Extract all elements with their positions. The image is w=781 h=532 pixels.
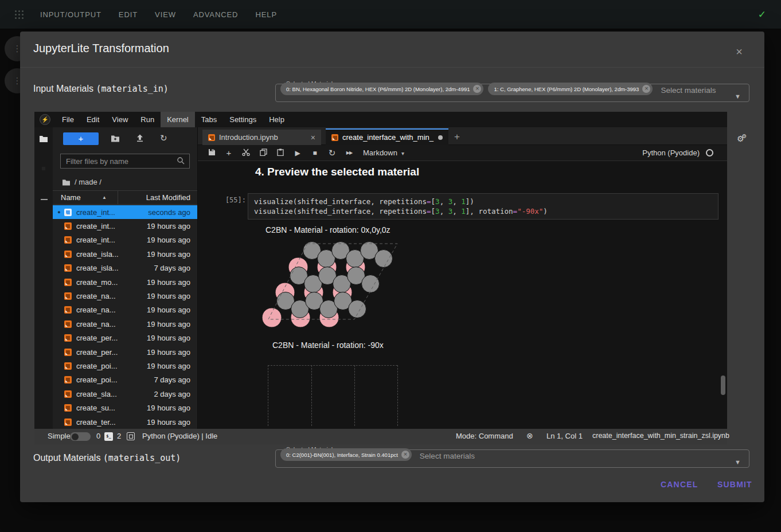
- settings-gears-icon[interactable]: ⚙⚙: [737, 134, 749, 144]
- file-row[interactable]: ●create_int...seconds ago: [53, 205, 197, 219]
- close-tab-icon[interactable]: ×: [311, 133, 315, 142]
- app-menu-view[interactable]: VIEW: [155, 10, 176, 19]
- jlab-menu-kernel[interactable]: Kernel: [161, 112, 195, 127]
- notebook-file-icon: [64, 376, 72, 384]
- output-materials-select[interactable]: Selected Materials 0: C2(001)-BN(001), I…: [275, 446, 749, 468]
- file-name: create_sla...: [76, 390, 154, 398]
- kernel-status-text[interactable]: Python (Pyodide) | Idle: [142, 432, 217, 440]
- input-materials-label: Input Materials (materials_in): [33, 84, 169, 94]
- tab-introduction[interactable]: Introduction.ipynb ×: [202, 130, 321, 145]
- output-chips: 0: C2(001)-BN(001), Interface, Strain 0.…: [280, 448, 412, 461]
- jlab-menu-tabs[interactable]: Tabs: [195, 112, 223, 127]
- column-name[interactable]: Name: [61, 193, 81, 202]
- wireframe-cell-edge: [311, 365, 312, 426]
- file-row[interactable]: create_mo...19 hours ago: [53, 275, 197, 289]
- new-tab-icon[interactable]: +: [454, 131, 460, 143]
- column-last-modified[interactable]: Last Modified: [146, 193, 190, 202]
- jlab-menu-help[interactable]: Help: [263, 112, 291, 127]
- simple-mode-label: Simple: [48, 432, 71, 440]
- jlab-menu-settings[interactable]: Settings: [223, 112, 263, 127]
- terminals-count[interactable]: 0: [96, 432, 100, 440]
- app-menu-input-output[interactable]: INPUT/OUTPUT: [40, 10, 101, 19]
- app-menu-advanced[interactable]: ADVANCED: [193, 10, 238, 19]
- stop-kernel-icon[interactable]: ■: [310, 148, 319, 158]
- notebook-panel: Introduction.ipynb × create_interface_wi…: [198, 127, 727, 429]
- input-materials-select[interactable]: Selected Materials 0: BN, Hexagonal Boro…: [275, 80, 749, 102]
- running-indicator: ●: [56, 209, 62, 215]
- kernels-count[interactable]: 2: [117, 432, 121, 440]
- file-row[interactable]: create_int...19 hours ago: [53, 219, 197, 233]
- jupyter-statusbar: Simple 0 $_ 2 Python (Pyodide) | Idle Mo…: [34, 429, 727, 444]
- notebook-content[interactable]: 4. Preview the selected material [55]: v…: [198, 161, 727, 429]
- material-chip[interactable]: 1: C, Graphene, HEX (P6/mmm) 2D (Monolay…: [488, 83, 653, 95]
- tab-create-interface[interactable]: create_interface_with_min_: [326, 128, 448, 145]
- file-row[interactable]: create_na...19 hours ago: [53, 317, 197, 331]
- file-row[interactable]: create_isla...19 hours ago: [53, 247, 197, 261]
- file-row[interactable]: create_poi...7 days ago: [53, 373, 197, 387]
- sort-ascending-icon: ▲: [102, 195, 107, 200]
- file-row[interactable]: create_isla...7 days ago: [53, 261, 197, 275]
- jlab-menu-run[interactable]: Run: [134, 112, 161, 127]
- chevron-down-icon[interactable]: ▼: [735, 93, 741, 100]
- code-cell[interactable]: visualize(shifted_interface, repetitions…: [248, 193, 718, 220]
- paste-cell-icon[interactable]: [276, 148, 285, 158]
- new-launcher-button[interactable]: +: [63, 132, 99, 145]
- jlab-menu-edit[interactable]: Edit: [80, 112, 106, 127]
- file-name: create_isla...: [76, 264, 154, 272]
- run-cell-icon[interactable]: ▶: [293, 148, 302, 158]
- cell-type-dropdown[interactable]: Markdown▾: [363, 148, 404, 157]
- apps-grid-icon[interactable]: [15, 10, 17, 12]
- material-chip[interactable]: 0: C2(001)-BN(001), Interface, Strain 0.…: [280, 448, 412, 461]
- chevron-down-icon[interactable]: ▼: [735, 459, 741, 466]
- notebook-file-icon: [64, 251, 72, 258]
- file-row[interactable]: create_int...19 hours ago: [53, 233, 197, 247]
- add-cell-icon[interactable]: +: [224, 148, 233, 158]
- save-icon[interactable]: [207, 148, 216, 158]
- file-name: create_int...: [76, 236, 147, 244]
- file-row[interactable]: create_ter...19 hours ago: [53, 415, 197, 429]
- close-icon[interactable]: ×: [732, 45, 746, 58]
- wireframe-cell-edge: [268, 365, 268, 426]
- chip-delete-icon[interactable]: ×: [473, 85, 481, 93]
- file-row[interactable]: create_poi...19 hours ago: [53, 359, 197, 373]
- app-menubar: INPUT/OUTPUTEDITVIEWADVANCEDHELP ✓: [0, 0, 781, 29]
- file-name: create_int...: [76, 222, 147, 230]
- file-modified: 19 hours ago: [147, 334, 190, 342]
- wireframe-cell-edge: [397, 365, 398, 426]
- restart-kernel-icon[interactable]: ↻: [327, 148, 337, 158]
- cancel-button[interactable]: CANCEL: [661, 480, 698, 489]
- chip-delete-icon[interactable]: ×: [642, 85, 650, 93]
- cut-cell-icon[interactable]: [241, 148, 251, 158]
- scrollbar-thumb[interactable]: [721, 375, 725, 395]
- file-row[interactable]: create_na...19 hours ago: [53, 289, 197, 303]
- submit-button[interactable]: SUBMIT: [717, 480, 752, 489]
- file-row[interactable]: create_su...19 hours ago: [53, 401, 197, 414]
- app-menu-edit[interactable]: EDIT: [119, 10, 138, 19]
- file-row[interactable]: create_sla...2 days ago: [53, 387, 197, 401]
- restart-run-all-icon[interactable]: ▶▶: [345, 148, 354, 158]
- folder-icon: [62, 179, 71, 186]
- copy-cell-icon[interactable]: [259, 148, 268, 158]
- kernel-name[interactable]: Python (Pyodide): [642, 148, 700, 157]
- new-folder-icon[interactable]: [111, 134, 120, 144]
- input-materials-var: (materials_in): [96, 84, 168, 94]
- jupyter-menu-items: FileEditViewRunKernelTabsSettingsHelp: [56, 112, 291, 127]
- tab-label: create_interface_with_min_: [342, 133, 434, 142]
- breadcrumb[interactable]: / made /: [62, 178, 101, 186]
- file-row[interactable]: create_na...19 hours ago: [53, 303, 197, 317]
- refresh-icon[interactable]: ↻: [160, 134, 167, 142]
- app-menu-help[interactable]: HELP: [255, 10, 277, 19]
- chip-delete-icon[interactable]: ×: [401, 451, 409, 459]
- file-row[interactable]: create_per...19 hours ago: [53, 345, 197, 359]
- jlab-menu-file[interactable]: File: [56, 112, 80, 127]
- upload-icon[interactable]: [136, 134, 144, 144]
- simple-mode-toggle[interactable]: [70, 432, 91, 441]
- jlab-menu-view[interactable]: View: [106, 112, 134, 127]
- markdown-heading[interactable]: 4. Preview the selected material: [255, 166, 419, 178]
- notebook-file-icon: [64, 209, 72, 216]
- filter-files-input[interactable]: [60, 154, 190, 169]
- kernel-status-icon[interactable]: [706, 149, 713, 157]
- file-row[interactable]: create_per...19 hours ago: [53, 331, 197, 345]
- material-chip[interactable]: 0: BN, Hexagonal Boron Nitride, HEX (P6/…: [280, 83, 483, 95]
- file-browser-icon[interactable]: [39, 134, 48, 144]
